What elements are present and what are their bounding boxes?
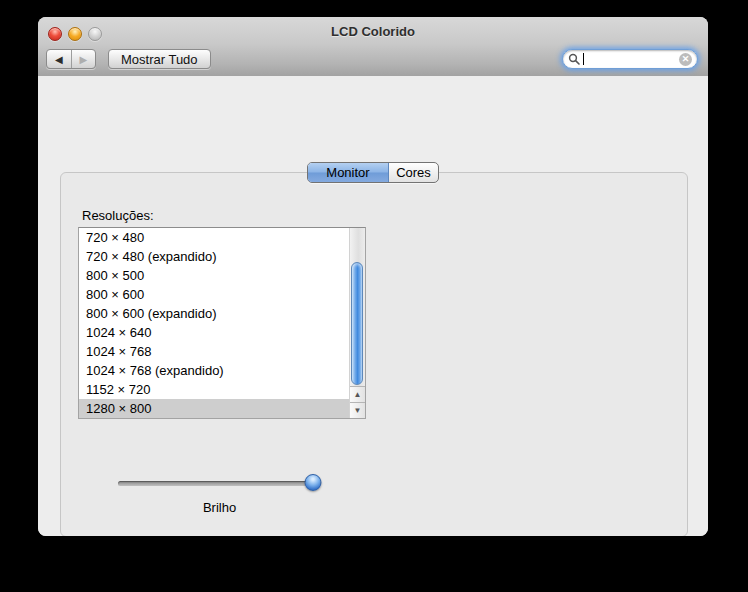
search-input[interactable]: ✕ bbox=[562, 49, 698, 69]
scrollbar-thumb[interactable] bbox=[351, 262, 363, 385]
slider-track[interactable] bbox=[118, 481, 321, 486]
slider-knob[interactable] bbox=[304, 474, 321, 491]
clear-search-icon[interactable]: ✕ bbox=[679, 53, 692, 66]
brightness-label: Brilho bbox=[118, 500, 321, 515]
list-item[interactable]: 720 × 480 bbox=[79, 228, 349, 247]
list-item[interactable]: 800 × 600 bbox=[79, 285, 349, 304]
brightness-slider[interactable] bbox=[118, 474, 321, 492]
tab-cores[interactable]: Cores bbox=[389, 163, 438, 182]
forward-icon: ▶ bbox=[79, 54, 87, 65]
tab-bar: Monitor Cores bbox=[307, 162, 439, 183]
list-item[interactable]: 1280 × 800 bbox=[79, 399, 349, 418]
scrollbar[interactable]: ▲ ▼ bbox=[349, 228, 365, 418]
preferences-window: LCD Colorido ◀ ▶ Mostrar Tudo ✕ Monitor … bbox=[38, 17, 708, 536]
tab-monitor[interactable]: Monitor bbox=[308, 163, 389, 182]
back-button[interactable]: ◀ bbox=[47, 50, 72, 68]
window-title: LCD Colorido bbox=[38, 24, 708, 39]
list-item[interactable]: 1152 × 720 bbox=[79, 380, 349, 399]
pane-content: Monitor Cores Resoluções: 720 × 480720 ×… bbox=[38, 76, 708, 536]
list-item[interactable]: 1024 × 640 bbox=[79, 323, 349, 342]
list-item[interactable]: 800 × 600 (expandido) bbox=[79, 304, 349, 323]
list-item[interactable]: 1024 × 768 bbox=[79, 342, 349, 361]
list-item[interactable]: 1024 × 768 (expandido) bbox=[79, 361, 349, 380]
forward-button-disabled: ▶ bbox=[72, 50, 96, 68]
scroll-down-icon[interactable]: ▼ bbox=[350, 402, 365, 418]
resolution-list: 720 × 480720 × 480 (expandido)800 × 5008… bbox=[79, 228, 349, 418]
show-all-button[interactable]: Mostrar Tudo bbox=[108, 49, 211, 69]
scroll-up-icon[interactable]: ▲ bbox=[350, 386, 365, 402]
search-icon bbox=[568, 53, 580, 65]
nav-back-forward: ◀ ▶ bbox=[46, 49, 96, 69]
list-item[interactable]: 800 × 500 bbox=[79, 266, 349, 285]
scrollbar-arrows: ▲ ▼ bbox=[350, 386, 365, 418]
resolution-listbox: 720 × 480720 × 480 (expandido)800 × 5008… bbox=[78, 227, 366, 419]
text-caret bbox=[583, 53, 584, 65]
resolutions-label: Resoluções: bbox=[82, 208, 154, 223]
list-item[interactable]: 720 × 480 (expandido) bbox=[79, 247, 349, 266]
title-toolbar: LCD Colorido ◀ ▶ Mostrar Tudo ✕ bbox=[38, 17, 708, 77]
back-icon: ◀ bbox=[55, 54, 63, 65]
